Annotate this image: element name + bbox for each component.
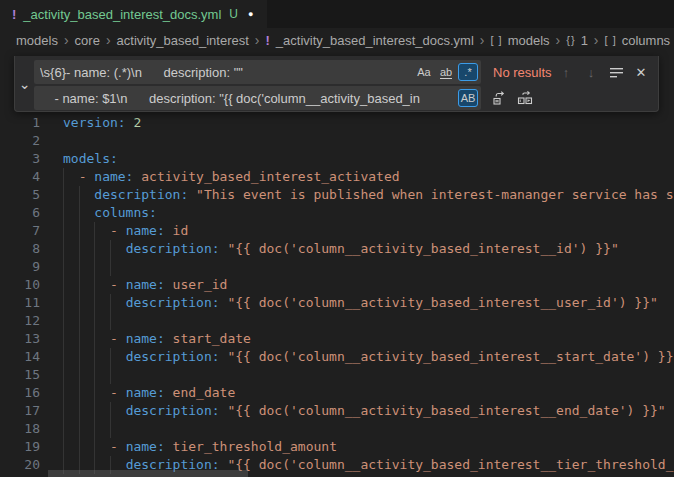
code-line[interactable]: 7 - name: id (0, 222, 674, 240)
line-number: 10 (0, 276, 40, 294)
code-line[interactable]: 3models: (0, 150, 674, 168)
vscode-window: ! _activity_based_interest_docs.yml U ● … (0, 0, 674, 477)
code-line[interactable]: 12 (0, 312, 674, 330)
chevron-right-icon: › (594, 32, 599, 48)
find-row: Aa ab .* No results ↑ ↓ (34, 60, 652, 84)
match-case-toggle[interactable]: Aa (414, 63, 434, 81)
line-number: 16 (0, 384, 40, 402)
code-text: - name: tier_threshold_amount (63, 438, 337, 456)
line-number: 1 (0, 114, 40, 132)
replace-input[interactable] (34, 86, 481, 110)
code-text: - name: user_id (63, 276, 227, 294)
breadcrumb-item-activity-based-interest[interactable]: activity_based_interest (117, 33, 249, 48)
regex-icon: .* (464, 66, 471, 78)
line-number: 15 (0, 366, 40, 384)
tab-filename: _activity_based_interest_docs.yml (23, 7, 221, 22)
breadcrumb-symbol-label: models (508, 33, 550, 48)
code-lines: 1version: 223models:4 - name: activity_b… (0, 114, 674, 474)
code-line[interactable]: 18 (0, 420, 674, 438)
previous-match-button[interactable]: ↑ (555, 61, 577, 83)
code-text: - name: id (63, 222, 188, 240)
whole-word-toggle[interactable]: ab (436, 63, 456, 81)
regex-toggle[interactable]: .* (458, 63, 478, 81)
line-number: 13 (0, 330, 40, 348)
breadcrumb-item-models[interactable]: models (16, 33, 58, 48)
code-text: models: (63, 150, 118, 168)
code-text: description: "This event is published wh… (63, 186, 674, 204)
symbol-array-icon: [ ] (605, 34, 617, 46)
code-text: description: "{{ doc('column__activity_b… (63, 348, 674, 366)
breadcrumb-file-label: _activity_based_interest_docs.yml (276, 33, 474, 48)
whole-word-icon: ab (440, 66, 452, 79)
breadcrumb-item-file[interactable]: ! _activity_based_interest_docs.yml (265, 33, 473, 48)
code-text: - name: start_date (63, 330, 251, 348)
code-line[interactable]: 16 - name: end_date (0, 384, 674, 402)
code-line[interactable]: 14 description: "{{ doc('column__activit… (0, 348, 674, 366)
breadcrumb-item-core[interactable]: core (75, 33, 100, 48)
line-number: 12 (0, 312, 40, 330)
code-text: version: 2 (63, 114, 141, 132)
find-in-selection-button[interactable] (605, 61, 627, 83)
symbol-array-icon: [ ] (491, 34, 503, 46)
breadcrumb-item-symbol-models[interactable]: [ ] models (491, 33, 550, 48)
replace-all-button[interactable] (514, 87, 536, 109)
code-line[interactable]: 4 - name: activity_based_interest_activa… (0, 168, 674, 186)
line-number: 18 (0, 420, 40, 438)
code-line[interactable]: 17 description: "{{ doc('column__activit… (0, 402, 674, 420)
line-number: 4 (0, 168, 40, 186)
replace-all-icon (517, 90, 533, 106)
horizontal-scrollbar[interactable] (48, 470, 248, 477)
replace-button[interactable] (489, 87, 511, 109)
yaml-file-icon: ! (265, 33, 269, 48)
selection-find-icon (609, 65, 624, 80)
editor[interactable]: 1version: 223models:4 - name: activity_b… (0, 52, 674, 477)
line-number: 20 (0, 456, 40, 474)
code-text: description: "{{ doc('column__activity_b… (63, 240, 619, 258)
line-number: 14 (0, 348, 40, 366)
line-number: 9 (0, 258, 40, 276)
replace-row: AB (34, 86, 652, 110)
code-text: description: "{{ doc('column__activity_b… (63, 294, 658, 312)
code-line[interactable]: 11 description: "{{ doc('column__activit… (0, 294, 674, 312)
line-number: 6 (0, 204, 40, 222)
line-number: 2 (0, 132, 40, 150)
preserve-case-icon: AB (461, 92, 476, 104)
code-line[interactable]: 1version: 2 (0, 114, 674, 132)
code-line[interactable]: 5 description: "This event is published … (0, 186, 674, 204)
line-number: 3 (0, 150, 40, 168)
chevron-right-icon: › (255, 32, 260, 48)
chevron-right-icon: › (480, 32, 485, 48)
code-line[interactable]: 10 - name: user_id (0, 276, 674, 294)
breadcrumb-item-symbol-columns[interactable]: [ ] columns (605, 33, 671, 48)
toggle-replace-chevron-icon[interactable]: ⌄ (15, 56, 34, 112)
preserve-case-toggle[interactable]: AB (458, 89, 478, 107)
breadcrumb-item-symbol-1[interactable]: {} 1 (566, 33, 588, 48)
git-untracked-badge: U (229, 7, 238, 21)
code-line[interactable]: 13 - name: start_date (0, 330, 674, 348)
code-text: columns: (63, 204, 157, 222)
tab-bar: ! _activity_based_interest_docs.yml U ● (0, 0, 674, 28)
code-line[interactable]: 6 columns: (0, 204, 674, 222)
find-widget: ⌄ Aa ab .* No results ↑ ↓ (14, 56, 659, 112)
code-text: description: "{{ doc('column__activity_b… (63, 402, 666, 420)
close-find-widget-button[interactable]: ✕ (630, 61, 652, 83)
code-line[interactable]: 2 (0, 132, 674, 150)
chevron-right-icon: › (106, 32, 111, 48)
match-case-icon: Aa (417, 66, 430, 78)
code-text: - name: activity_based_interest_activate… (63, 168, 400, 186)
code-line[interactable]: 19 - name: tier_threshold_amount (0, 438, 674, 456)
line-number: 5 (0, 186, 40, 204)
yaml-file-icon: ! (12, 7, 16, 22)
line-number: 7 (0, 222, 40, 240)
line-number: 8 (0, 240, 40, 258)
code-text: - name: end_date (63, 384, 235, 402)
code-line[interactable]: 9 (0, 258, 674, 276)
code-line[interactable]: 15 (0, 366, 674, 384)
replace-icon (492, 90, 508, 106)
chevron-right-icon: › (556, 32, 561, 48)
tab-activity-based-interest-docs[interactable]: ! _activity_based_interest_docs.yml U ● (0, 0, 267, 28)
dirty-indicator-icon[interactable]: ● (248, 9, 253, 19)
next-match-button[interactable]: ↓ (580, 61, 602, 83)
symbol-object-icon: {} (566, 34, 575, 46)
code-line[interactable]: 8 description: "{{ doc('column__activity… (0, 240, 674, 258)
